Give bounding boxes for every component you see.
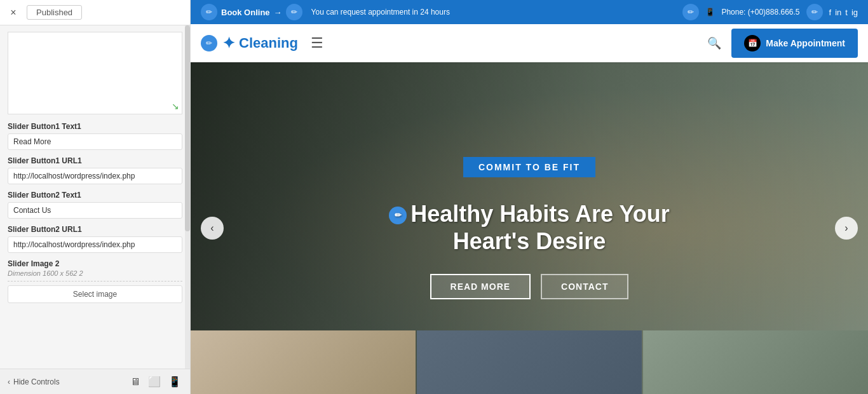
- social-icons-group: f in t ig: [829, 8, 858, 17]
- panel-content: ↘ Slider Button1 Text1 Slider Button1 UR…: [0, 25, 190, 309]
- slider-btn2-url1-group: Slider Button2 URL1: [8, 225, 182, 253]
- thumbnail-3[interactable]: [643, 330, 868, 394]
- edit-appointment-text-icon[interactable]: ✏: [286, 4, 302, 20]
- slider-btn1-text1-group: Slider Button1 Text1: [8, 122, 182, 150]
- commit-badge[interactable]: COMMIT TO BE FIT: [463, 157, 595, 177]
- edit-book-online-icon[interactable]: ✏: [201, 4, 217, 20]
- slider-btn1-text1-label: Slider Button1 Text1: [8, 122, 182, 131]
- slider-btn1-url1-label: Slider Button1 URL1: [8, 156, 182, 165]
- slider-next-button[interactable]: ›: [835, 217, 858, 240]
- logo-area[interactable]: ✦ Cleaning: [222, 34, 298, 52]
- slider-prev-button[interactable]: ‹: [201, 217, 224, 240]
- hero-buttons: READ MORE CONTACT: [430, 274, 629, 299]
- thumbnail-1[interactable]: [191, 330, 416, 394]
- slider-btn2-url1-input[interactable]: [8, 236, 182, 253]
- book-online-text: Book Online: [221, 8, 270, 17]
- commit-badge-wrapper: COMMIT TO BE FIT: [463, 157, 595, 190]
- hero-title-line1: Healthy Habits Are Your: [410, 201, 669, 227]
- bottom-thumbnails: [191, 330, 868, 394]
- slider-btn2-text1-label: Slider Button2 Text1: [8, 191, 182, 200]
- slider-btn2-url1-label: Slider Button2 URL1: [8, 225, 182, 234]
- mobile-icon: 📱: [168, 376, 181, 387]
- chevron-left-icon: ‹: [8, 377, 10, 386]
- scrollbar-thumb: [185, 25, 190, 231]
- slider-btn1-text1-input[interactable]: [8, 133, 182, 150]
- panel-header: × Published: [0, 0, 190, 25]
- scrollbar-track[interactable]: [185, 25, 190, 369]
- slider-btn2-text1-group: Slider Button2 Text1: [8, 191, 182, 219]
- search-icon[interactable]: 🔍: [707, 36, 721, 50]
- hero-title-line2: Heart's Desire: [453, 228, 606, 254]
- slider-btn1-url1-group: Slider Button1 URL1: [8, 156, 182, 184]
- pencil-icon-4: ✏: [811, 8, 818, 17]
- arrow-left-icon: ‹: [210, 222, 214, 234]
- make-appointment-button[interactable]: 📅 Make Appointment: [731, 29, 858, 58]
- arrow-icon: →: [274, 8, 282, 17]
- top-bar-right: ✏ 📱 Phone: (+00)888.666.5 ✏ f in t ig: [682, 4, 858, 20]
- pencil-icon-2: ✏: [291, 8, 297, 17]
- hero-edit-icon[interactable]: ✏: [389, 207, 407, 224]
- desktop-view-button[interactable]: 🖥: [129, 374, 142, 389]
- logo-text: Cleaning: [239, 35, 298, 51]
- pencil-icon-3: ✏: [688, 8, 694, 17]
- phone-icon: 📱: [705, 8, 715, 17]
- hide-controls-button[interactable]: ‹ Hide Controls: [8, 377, 60, 386]
- slider-btn2-text1-input[interactable]: [8, 202, 182, 219]
- make-appointment-label: Make Appointment: [766, 38, 845, 48]
- linkedin-icon[interactable]: in: [835, 8, 841, 17]
- slider-image-title: Slider Image 2: [8, 259, 182, 268]
- panel-preview: ↘: [8, 32, 182, 114]
- hero-slider: ‹ › COMMIT TO BE FIT ✏Healthy Habits Are…: [191, 62, 868, 394]
- slider-image-dimension: Dimension 1600 x 562 2: [8, 269, 182, 277]
- slider-image-section: Slider Image 2 Dimension 1600 x 562 2 Se…: [8, 259, 182, 303]
- hero-title: ✏Healthy Habits Are Your Heart's Desire: [389, 200, 669, 255]
- read-more-button[interactable]: READ MORE: [430, 274, 531, 299]
- instagram-icon[interactable]: ig: [851, 8, 858, 17]
- main-area: ✏ Book Online → ✏ You can request appoin…: [191, 0, 868, 394]
- calendar-icon: 📅: [744, 35, 761, 51]
- contact-button[interactable]: CONTACT: [541, 274, 628, 299]
- thumbnail-2[interactable]: [417, 330, 642, 394]
- facebook-icon[interactable]: f: [829, 8, 832, 17]
- twitter-icon[interactable]: t: [845, 8, 848, 17]
- published-badge: Published: [27, 5, 82, 20]
- calendar-symbol: 📅: [748, 39, 757, 48]
- edit-logo-icon[interactable]: ✏: [201, 35, 217, 51]
- tablet-icon: ⬜: [148, 376, 161, 387]
- pencil-icon: ✏: [206, 8, 212, 17]
- edit-phone-icon[interactable]: ✏: [682, 4, 699, 20]
- hide-controls-label: Hide Controls: [13, 377, 60, 386]
- appointment-text: You can request appointment in 24 hours: [311, 8, 450, 17]
- panel-footer: ‹ Hide Controls 🖥 ⬜ 📱: [0, 369, 190, 394]
- tablet-view-button[interactable]: ⬜: [147, 374, 162, 389]
- edit-social-icon[interactable]: ✏: [806, 4, 823, 20]
- close-button[interactable]: ×: [6, 6, 20, 20]
- logo-star-icon: ✦: [222, 34, 235, 52]
- phone-text: Phone: (+00)888.666.5: [721, 8, 799, 17]
- navbar: ✏ ✦ Cleaning ☰ 🔍 📅 Make Appointment: [191, 24, 868, 62]
- top-bar-left: ✏ Book Online → ✏ You can request appoin…: [201, 4, 450, 20]
- monitor-icon: 🖥: [130, 376, 140, 387]
- slider-btn1-url1-input[interactable]: [8, 168, 182, 184]
- mobile-view-button[interactable]: 📱: [167, 374, 182, 389]
- left-panel: × Published ↘ Slider Button1 Text1 Slide…: [0, 0, 191, 394]
- view-icons-group: 🖥 ⬜ 📱: [129, 374, 182, 389]
- hamburger-menu-icon[interactable]: ☰: [311, 35, 323, 51]
- arrow-right-icon: ›: [844, 222, 848, 234]
- pencil-icon-logo: ✏: [206, 39, 212, 48]
- select-image-button[interactable]: Select image: [8, 285, 182, 303]
- top-bar: ✏ Book Online → ✏ You can request appoin…: [191, 0, 868, 24]
- preview-expand-icon: ↘: [172, 101, 179, 111]
